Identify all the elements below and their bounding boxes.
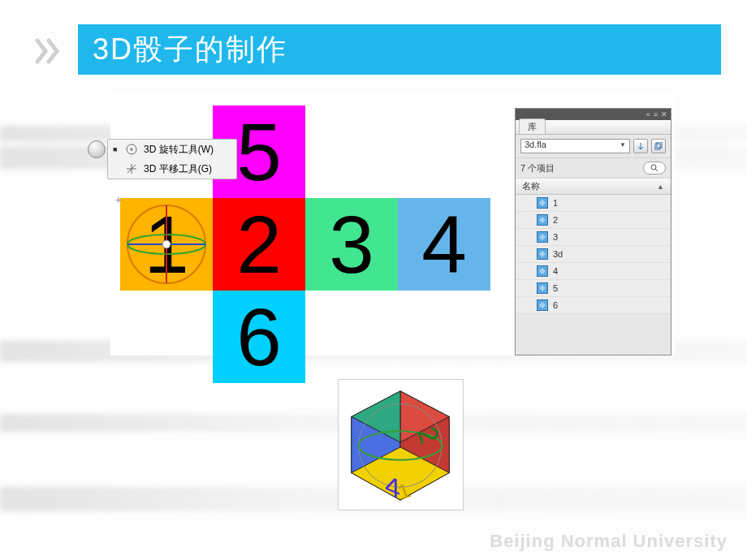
minimize-icon[interactable]: « <box>646 110 650 118</box>
flyout-item-label: 3D 旋转工具(W) <box>144 143 214 157</box>
sort-asc-icon: ▲ <box>657 183 664 191</box>
column-header-name[interactable]: 名称 ▲ <box>516 179 671 195</box>
svg-point-9 <box>162 240 171 248</box>
tab-library[interactable]: 库 <box>519 118 546 134</box>
movieclip-icon <box>537 282 548 294</box>
svg-line-13 <box>655 169 658 171</box>
library-item[interactable]: 3d <box>516 246 671 263</box>
watermark: Beijing Normal University <box>490 531 728 552</box>
tool-button-3d-rotate[interactable] <box>88 140 106 158</box>
library-item[interactable]: 1 <box>516 195 671 212</box>
flyout-item-3d-rotate[interactable]: ■ 3D 旋转工具(W) <box>108 140 236 159</box>
movieclip-icon <box>537 248 548 260</box>
slide-title: 3D骰子的制作 <box>93 30 287 70</box>
3d-rotate-gizmo[interactable] <box>120 198 213 291</box>
library-search[interactable] <box>643 162 666 174</box>
selected-tick-icon: ■ <box>113 145 119 153</box>
movieclip-icon <box>537 231 548 243</box>
movieclip-icon <box>537 265 548 277</box>
library-item[interactable]: 2 <box>516 212 671 229</box>
library-item[interactable]: 4 <box>516 263 671 280</box>
pin-button[interactable] <box>633 139 648 153</box>
dice-face-6[interactable]: 6 <box>213 291 305 383</box>
library-panel: « ≡ ✕ 库 3d.fla 7 个项目 <box>515 108 671 355</box>
rotate-tool-icon <box>124 142 139 157</box>
svg-rect-11 <box>657 142 662 148</box>
editor-screenshot: ■ 3D 旋转工具(W) 3D 平移工具(G) + 5 1 2 3 4 6 <box>110 92 675 355</box>
menu-icon[interactable]: ≡ <box>654 110 658 118</box>
translate-tool-icon <box>124 162 139 176</box>
flyout-item-label: 3D 平移工具(G) <box>144 162 212 176</box>
movieclip-icon <box>537 214 548 226</box>
flyout-item-3d-translate[interactable]: 3D 平移工具(G) <box>108 159 236 179</box>
cube-preview: 4 2 1 <box>338 379 464 510</box>
movieclip-icon <box>537 197 548 209</box>
dice-face-4[interactable]: 4 <box>398 198 490 291</box>
tool-flyout: ■ 3D 旋转工具(W) 3D 平移工具(G) <box>107 139 237 179</box>
document-select[interactable]: 3d.fla <box>520 139 630 153</box>
dice-face-3[interactable]: 3 <box>305 198 398 291</box>
dice-face-2[interactable]: 2 <box>213 198 305 291</box>
svg-point-1 <box>130 148 133 151</box>
library-item[interactable]: 5 <box>516 280 671 297</box>
svg-rect-10 <box>655 144 660 149</box>
library-list: 1 2 3 3d 4 5 6 <box>516 195 671 314</box>
library-item[interactable]: 6 <box>516 297 671 314</box>
close-icon[interactable]: ✕ <box>661 110 667 118</box>
panel-tabs: 库 <box>516 120 671 135</box>
new-library-button[interactable] <box>651 139 666 153</box>
item-count: 7 个项目 <box>520 162 555 174</box>
movieclip-icon <box>537 299 548 311</box>
document-name: 3d.fla <box>525 140 546 149</box>
library-item[interactable]: 3 <box>516 229 671 246</box>
search-icon <box>650 164 658 172</box>
slide-title-bar: 3D骰子的制作 <box>78 24 721 75</box>
chevron-decor <box>34 37 67 68</box>
